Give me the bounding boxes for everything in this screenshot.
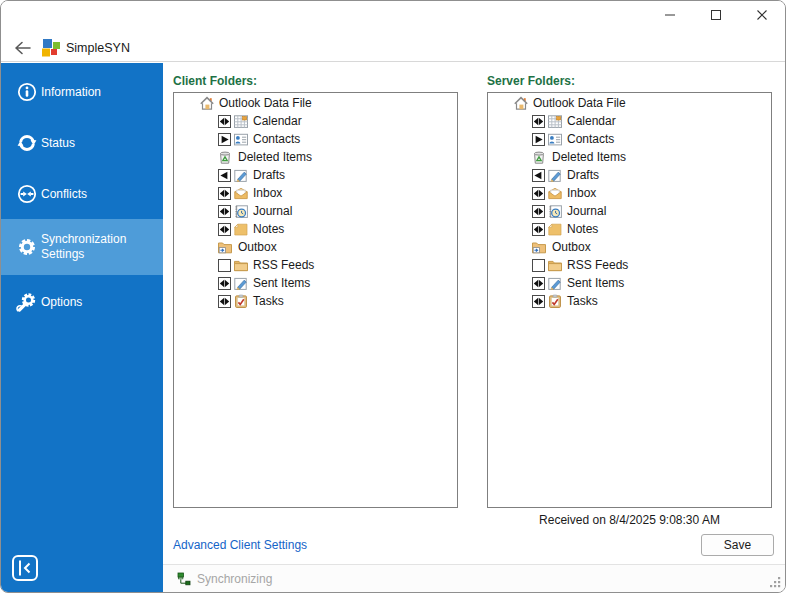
client-tree-item-inbox[interactable]: Inbox <box>174 184 457 202</box>
sync-direction-checkbox[interactable] <box>532 223 545 236</box>
network-icon <box>177 572 191 586</box>
folder-icon <box>233 258 249 273</box>
folder-name: Calendar <box>567 114 616 128</box>
client-folder-tree: Outlook Data FileCalendarContactsDeleted… <box>173 92 458 508</box>
contacts-icon <box>547 132 563 147</box>
sidebar-item-synchronization-settings[interactable]: Synchronization Settings <box>1 219 163 275</box>
folder-name: Outlook Data File <box>533 96 626 110</box>
sync-direction-checkbox[interactable] <box>218 223 231 236</box>
sync-direction-checkbox[interactable] <box>532 133 545 146</box>
sent-items-icon <box>233 276 249 291</box>
sidebar-item-information[interactable]: Information <box>1 71 163 113</box>
sidebar-item-status[interactable]: Status <box>1 122 163 164</box>
client-tree-item-sent-items[interactable]: Sent Items <box>174 274 457 292</box>
caption-buttons <box>647 1 785 32</box>
server-tree-item-outbox[interactable]: Outbox <box>488 238 771 256</box>
sidebar-item-label: Synchronization Settings <box>41 232 159 262</box>
sync-direction-checkbox[interactable] <box>218 205 231 218</box>
outbox-icon <box>531 240 547 255</box>
server-folder-tree: Outlook Data FileCalendarContactsDeleted… <box>487 92 772 508</box>
home-icon <box>513 96 529 111</box>
resize-grip[interactable] <box>768 575 782 589</box>
folder-name: Deleted Items <box>552 150 626 164</box>
status-text: Synchronizing <box>197 572 272 586</box>
client-tree-item-contacts[interactable]: Contacts <box>174 130 457 148</box>
client-folders-label: Client Folders: <box>173 74 257 89</box>
minimize-button[interactable] <box>647 1 693 32</box>
sync-direction-checkbox[interactable] <box>218 277 231 290</box>
server-tree-item-sent-items[interactable]: Sent Items <box>488 274 771 292</box>
app-title: SimpleSYN <box>66 41 130 55</box>
client-tree-item-journal[interactable]: Journal <box>174 202 457 220</box>
sidebar-item-label: Options <box>41 295 159 310</box>
contacts-icon <box>233 132 249 147</box>
server-tree-item-tasks[interactable]: Tasks <box>488 292 771 310</box>
server-tree-item-contacts[interactable]: Contacts <box>488 130 771 148</box>
sync-direction-checkbox[interactable] <box>218 115 231 128</box>
tasks-icon <box>233 294 249 309</box>
server-tree-item-rss-feeds[interactable]: RSS Feeds <box>488 256 771 274</box>
server-tree-item-notes[interactable]: Notes <box>488 220 771 238</box>
maximize-button[interactable] <box>693 1 739 32</box>
sync-direction-checkbox[interactable] <box>218 295 231 308</box>
folder-name: Sent Items <box>253 276 310 290</box>
close-button[interactable] <box>739 1 785 32</box>
sync-direction-checkbox[interactable] <box>532 169 545 182</box>
client-tree-item-notes[interactable]: Notes <box>174 220 457 238</box>
sync-direction-checkbox[interactable] <box>532 277 545 290</box>
folder-name: RSS Feeds <box>567 258 628 272</box>
server-tree-item-inbox[interactable]: Inbox <box>488 184 771 202</box>
folder-name: Drafts <box>567 168 599 182</box>
sync-direction-checkbox[interactable] <box>532 205 545 218</box>
back-button[interactable] <box>12 38 34 58</box>
titlebar: SimpleSYN <box>1 1 785 62</box>
folder-name: Outbox <box>552 240 591 254</box>
sync-direction-checkbox[interactable] <box>218 187 231 200</box>
advanced-client-settings-link[interactable]: Advanced Client Settings <box>173 538 307 552</box>
deleted-items-icon <box>531 150 547 165</box>
collapse-sidebar-icon <box>10 572 40 586</box>
sync-direction-checkbox[interactable] <box>532 115 545 128</box>
save-button[interactable]: Save <box>701 534 774 556</box>
sidebar-item-conflicts[interactable]: Conflicts <box>1 173 163 215</box>
client-tree-item-calendar[interactable]: Calendar <box>174 112 457 130</box>
home-icon <box>199 96 215 111</box>
server-tree-item-outlook-data-file[interactable]: Outlook Data File <box>488 94 771 112</box>
information-icon <box>16 81 38 103</box>
folder-name: Outbox <box>238 240 277 254</box>
minimize-icon <box>664 9 676 24</box>
sync-direction-checkbox[interactable] <box>218 259 231 272</box>
server-tree-item-journal[interactable]: Journal <box>488 202 771 220</box>
client-tree-item-tasks[interactable]: Tasks <box>174 292 457 310</box>
server-tree-item-calendar[interactable]: Calendar <box>488 112 771 130</box>
client-tree-item-outlook-data-file[interactable]: Outlook Data File <box>174 94 457 112</box>
sidebar-item-label: Conflicts <box>41 187 159 202</box>
sync-direction-checkbox[interactable] <box>218 133 231 146</box>
outbox-icon <box>217 240 233 255</box>
sidebar-item-options[interactable]: Options <box>1 281 163 323</box>
sync-direction-checkbox[interactable] <box>532 187 545 200</box>
server-tree-item-deleted-items[interactable]: Deleted Items <box>488 148 771 166</box>
client-tree-item-rss-feeds[interactable]: RSS Feeds <box>174 256 457 274</box>
client-tree-item-outbox[interactable]: Outbox <box>174 238 457 256</box>
folder-name: Tasks <box>253 294 284 308</box>
options-gear-icon <box>16 291 38 313</box>
sync-direction-checkbox[interactable] <box>532 295 545 308</box>
client-tree-item-drafts[interactable]: Drafts <box>174 166 457 184</box>
received-timestamp: Received on 8/4/2025 9:08:30 AM <box>487 513 772 527</box>
inbox-icon <box>233 186 249 201</box>
main-content: Client Folders: Outlook Data FileCalenda… <box>163 63 785 566</box>
client-tree-item-deleted-items[interactable]: Deleted Items <box>174 148 457 166</box>
sidebar-item-label: Information <box>41 85 159 100</box>
folder-name: Inbox <box>253 186 282 200</box>
folder-name: Drafts <box>253 168 285 182</box>
server-tree-item-drafts[interactable]: Drafts <box>488 166 771 184</box>
collapse-sidebar-button[interactable] <box>10 553 40 583</box>
folder-name: Tasks <box>567 294 598 308</box>
sync-direction-checkbox[interactable] <box>532 259 545 272</box>
notes-icon <box>233 222 249 237</box>
maximize-icon <box>710 9 722 24</box>
sync-direction-checkbox[interactable] <box>218 169 231 182</box>
calendar-icon <box>547 114 563 129</box>
sidebar-item-label: Status <box>41 136 159 151</box>
